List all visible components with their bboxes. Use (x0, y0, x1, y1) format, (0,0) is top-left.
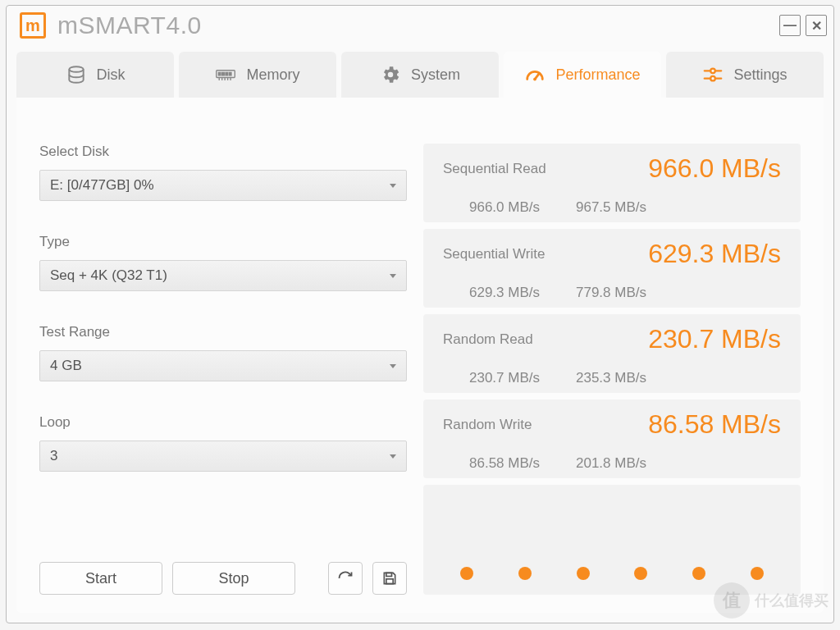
result-sub1: 230.7 MB/s (469, 370, 540, 386)
svg-point-18 (711, 76, 716, 81)
result-sub1: 966.0 MB/s (469, 199, 540, 216)
tab-label: Memory (246, 66, 299, 84)
svg-rect-20 (386, 579, 393, 584)
start-button[interactable]: Start (39, 562, 162, 595)
progress-dots-card (423, 485, 801, 595)
close-button[interactable]: ✕ (806, 15, 827, 36)
minimize-button[interactable]: — (779, 15, 801, 36)
result-sequential-write: Sequential Write 629.3 MB/s 629.3 MB/s 7… (423, 229, 801, 308)
config-column: Select Disk E: [0/477GB] 0% Type Seq + 4… (39, 144, 407, 595)
result-sub1: 86.58 MB/s (469, 455, 540, 472)
progress-dot-icon (751, 567, 764, 580)
window-controls: — ✕ (779, 15, 827, 36)
gauge-icon (524, 64, 546, 85)
start-label: Start (85, 570, 116, 587)
titlebar: m mSMART4.0 — ✕ (7, 6, 833, 45)
loop-label: Loop (39, 414, 407, 431)
tab-bar: Disk Memory System Performance Settings (7, 45, 833, 98)
loop-value: 3 (50, 448, 57, 464)
svg-rect-7 (219, 72, 221, 75)
progress-dot-icon (460, 567, 473, 580)
result-random-write: Random Write 86.58 MB/s 86.58 MB/s 201.8… (423, 399, 801, 478)
result-label: Sequential Write (443, 246, 545, 262)
result-random-read: Random Read 230.7 MB/s 230.7 MB/s 235.3 … (423, 314, 801, 393)
refresh-button[interactable] (328, 562, 363, 595)
refresh-icon (337, 570, 354, 587)
result-value: 966.0 MB/s (648, 153, 781, 184)
disk-icon (66, 64, 87, 85)
tab-performance[interactable]: Performance (504, 52, 661, 98)
progress-dot-icon (634, 567, 647, 580)
result-value: 86.58 MB/s (648, 409, 781, 440)
memory-icon (215, 64, 236, 85)
test-range-dropdown[interactable]: 4 GB (39, 350, 407, 381)
app-logo-icon: m (20, 12, 46, 39)
test-range-value: 4 GB (50, 358, 82, 374)
watermark-text: 什么值得买 (755, 591, 829, 610)
result-label: Random Read (443, 331, 533, 348)
watermark: 值 什么值得买 (714, 582, 829, 619)
result-value: 230.7 MB/s (648, 324, 781, 354)
type-dropdown[interactable]: Seq + 4K (Q32 T1) (39, 260, 407, 291)
loop-dropdown[interactable]: 3 (39, 441, 407, 472)
tab-label: System (411, 66, 460, 84)
tab-system[interactable]: System (341, 52, 499, 98)
select-disk-dropdown[interactable]: E: [0/477GB] 0% (39, 170, 407, 201)
content-panel: Select Disk E: [0/477GB] 0% Type Seq + 4… (16, 98, 824, 613)
result-label: Sequential Read (443, 161, 546, 177)
tab-label: Settings (733, 66, 787, 84)
svg-rect-19 (386, 573, 392, 576)
tab-settings[interactable]: Settings (666, 52, 824, 98)
result-sub2: 779.8 MB/s (576, 285, 646, 301)
tab-label: Performance (555, 66, 640, 84)
result-sub2: 967.5 MB/s (576, 199, 646, 216)
watermark-icon: 值 (714, 582, 750, 619)
settings-icon (702, 64, 724, 85)
button-row: Start Stop (39, 562, 407, 595)
tab-memory[interactable]: Memory (179, 52, 336, 98)
app-window: m mSMART4.0 — ✕ Disk Memory System (6, 5, 834, 623)
progress-dot-icon (577, 567, 590, 580)
tab-disk[interactable]: Disk (16, 52, 174, 98)
test-range-label: Test Range (39, 324, 407, 340)
select-disk-value: E: [0/477GB] 0% (50, 177, 154, 194)
result-sub1: 629.3 MB/s (469, 285, 540, 301)
svg-point-12 (534, 78, 537, 81)
save-icon (381, 570, 398, 587)
tab-label: Disk (97, 66, 126, 84)
stop-label: Stop (218, 570, 249, 587)
progress-dot-icon (518, 567, 532, 580)
gear-icon (380, 64, 401, 85)
close-icon: ✕ (811, 18, 822, 34)
svg-rect-9 (226, 72, 228, 75)
result-sequential-read: Sequential Read 966.0 MB/s 966.0 MB/s 96… (423, 144, 801, 222)
result-sub2: 235.3 MB/s (576, 370, 646, 386)
svg-rect-8 (222, 72, 225, 75)
app-title: mSMART4.0 (57, 11, 202, 39)
progress-dot-icon (692, 567, 705, 580)
result-sub2: 201.8 MB/s (576, 455, 646, 472)
type-value: Seq + 4K (Q32 T1) (50, 267, 167, 284)
type-label: Type (39, 234, 407, 250)
svg-point-0 (69, 66, 83, 72)
minimize-icon: — (783, 18, 797, 33)
results-column: Sequential Read 966.0 MB/s 966.0 MB/s 96… (423, 144, 801, 595)
select-disk-label: Select Disk (39, 144, 407, 160)
result-label: Random Write (443, 417, 532, 433)
stop-button[interactable]: Stop (172, 562, 295, 595)
save-button[interactable] (372, 562, 407, 595)
svg-rect-10 (230, 72, 232, 75)
svg-point-17 (711, 69, 716, 74)
result-value: 629.3 MB/s (648, 239, 781, 269)
